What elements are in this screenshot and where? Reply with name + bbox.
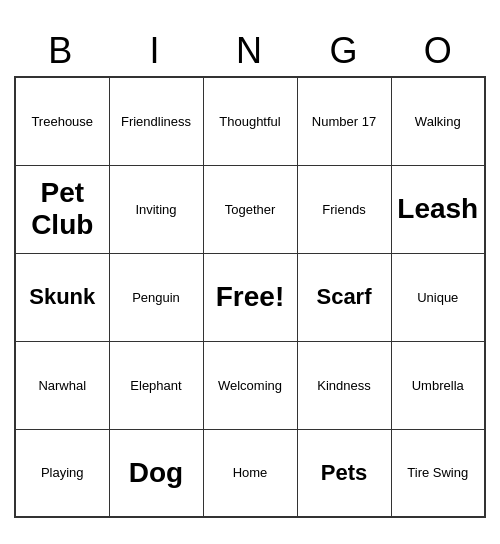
bingo-cell: Unique: [391, 253, 485, 341]
header-letter: I: [108, 26, 202, 76]
header-letter: O: [392, 26, 486, 76]
bingo-cell: Inviting: [109, 165, 203, 253]
header-letter: G: [297, 26, 391, 76]
header-letter: B: [14, 26, 108, 76]
bingo-cell: Friendliness: [109, 77, 203, 165]
bingo-cell: Tire Swing: [391, 429, 485, 517]
bingo-header: BINGO: [14, 26, 486, 76]
bingo-cell: Home: [203, 429, 297, 517]
bingo-grid: TreehouseFriendlinessThoughtfulNumber 17…: [14, 76, 486, 518]
bingo-cell: Elephant: [109, 341, 203, 429]
bingo-cell: Scarf: [297, 253, 391, 341]
bingo-cell: Pet Club: [15, 165, 109, 253]
bingo-cell: Walking: [391, 77, 485, 165]
bingo-cell: Narwhal: [15, 341, 109, 429]
bingo-cell: Dog: [109, 429, 203, 517]
bingo-cell: Thoughtful: [203, 77, 297, 165]
bingo-cell: Umbrella: [391, 341, 485, 429]
bingo-cell: Kindness: [297, 341, 391, 429]
header-letter: N: [203, 26, 297, 76]
bingo-cell: Playing: [15, 429, 109, 517]
bingo-cell: Together: [203, 165, 297, 253]
bingo-cell: Number 17: [297, 77, 391, 165]
bingo-cell: Skunk: [15, 253, 109, 341]
bingo-cell: Treehouse: [15, 77, 109, 165]
bingo-cell: Free!: [203, 253, 297, 341]
bingo-cell: Pets: [297, 429, 391, 517]
bingo-cell: Welcoming: [203, 341, 297, 429]
bingo-cell: Leash: [391, 165, 485, 253]
bingo-cell: Penguin: [109, 253, 203, 341]
bingo-cell: Friends: [297, 165, 391, 253]
